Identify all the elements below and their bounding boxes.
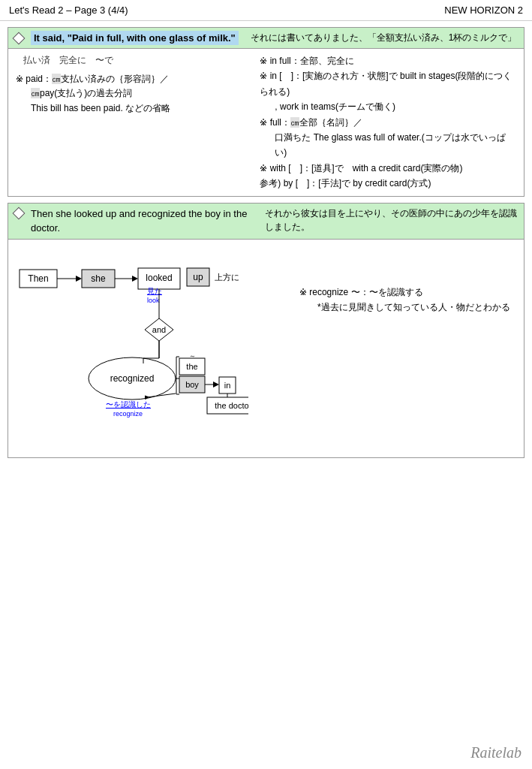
svg-text:the: the <box>186 362 197 371</box>
section1: It said, "Paid in full, with one glass o… <box>8 27 524 197</box>
diagram-left: Then she looked 見た look up <box>16 247 292 450</box>
note-right-0: ※ in full：全部、完全に <box>260 53 516 68</box>
svg-text:she: she <box>91 273 106 284</box>
svg-text:Then: Then <box>28 273 48 284</box>
note-left-1: ㎝pay(支払う)の過去分詞 <box>31 86 252 101</box>
section1-notes-left: 払い済 完全に 〜で ※ paid：㎝支払い済みの｛形容詞｝／ ㎝pay(支払う… <box>16 53 252 191</box>
diagram-right: ※ recognize 〜：〜を認識する *過去に見聞きして知っている人・物だと… <box>299 247 516 450</box>
svg-text:in: in <box>224 381 231 390</box>
header-right: NEW HORIZON 2 <box>444 5 523 16</box>
svg-text:looked: looked <box>146 273 172 283</box>
svg-marker-3 <box>76 276 82 282</box>
section1-header-jp: それには書いてありました、「全額支払い済み、1杯のミルクで」 <box>251 32 517 44</box>
diamond-icon <box>13 32 26 44</box>
note-right-3: ※ with [ ]：[道具]で with a credit card(実際の物… <box>260 161 516 176</box>
svg-text:上方に: 上方に <box>215 273 239 282</box>
section2-header: Then she looked up and recognized the bo… <box>8 204 524 240</box>
diagram-area: Then she looked 見た look up <box>8 240 524 457</box>
svg-text:and: and <box>152 325 166 334</box>
svg-text:up: up <box>193 272 203 282</box>
section2: Then she looked up and recognized the bo… <box>8 203 524 458</box>
svg-text:〜を認識した: 〜を認識した <box>106 400 151 409</box>
svg-text:look: look <box>147 297 160 304</box>
section1-header: It said, "Paid in full, with one glass o… <box>8 28 524 49</box>
section1-body: 払い済 完全に 〜で ※ paid：㎝支払い済みの｛形容詞｝／ ㎝pay(支払う… <box>8 49 524 196</box>
note-right-1b: , work in teams(チームで働く) <box>275 99 516 114</box>
svg-text:～: ～ <box>189 352 196 360</box>
diagram-svg: Then she looked 見た look up <box>16 247 248 450</box>
note-recognize-0: ※ recognize 〜：〜を認識する <box>299 285 516 300</box>
svg-text:the doctor.: the doctor. <box>215 401 248 410</box>
svg-text:見た: 見た <box>147 287 162 295</box>
note-right-2: ※ full：㎝全部｛名詞｝／ <box>260 115 516 130</box>
note-left-0: ※ paid：㎝支払い済みの｛形容詞｝／ <box>16 72 252 86</box>
svg-text:recognized: recognized <box>110 373 155 384</box>
footer-brand: Raitelab <box>470 744 521 761</box>
section2-header-text-wrapper: Then she looked up and recognized the bo… <box>31 207 518 236</box>
section1-header-text: It said, "Paid in full, with one glass o… <box>31 31 239 45</box>
section1-notes-right: ※ in full：全部、完全に ※ in [ ]：[実施のされ方・状態]で b… <box>260 53 516 191</box>
svg-marker-7 <box>132 276 138 282</box>
svg-marker-36 <box>213 381 219 388</box>
svg-text:recognize: recognize <box>113 410 143 418</box>
section1-sub-jp: 払い済 完全に 〜で <box>23 53 252 68</box>
svg-text:boy: boy <box>185 380 199 389</box>
page-header: Let's Read 2 – Page 3 (4/4) NEW HORIZON … <box>0 0 532 21</box>
note-right-2b: 口満ちた The glass was full of water.(コップは水で… <box>275 130 516 161</box>
note-left-2: This bill has been paid. などの省略 <box>31 101 252 116</box>
diamond-icon-2 <box>13 207 26 219</box>
note-right-1: ※ in [ ]：[実施のされ方・状態]で built in stages(段階… <box>260 68 516 99</box>
section2-header-left: Then she looked up and recognized the bo… <box>31 207 265 236</box>
section2-header-jp: それから彼女は目を上にやり、その医師の中にあの少年を認識しました。 <box>265 207 518 236</box>
note-recognize-1: *過去に見聞きして知っている人・物だとわかる <box>299 300 516 315</box>
header-left: Let's Read 2 – Page 3 (4/4) <box>9 5 128 16</box>
note-right-4: 参考) by [ ]：[手法]で by credit card(方式) <box>260 176 516 191</box>
section2-header-en: Then she looked up and recognized the bo… <box>31 208 247 234</box>
